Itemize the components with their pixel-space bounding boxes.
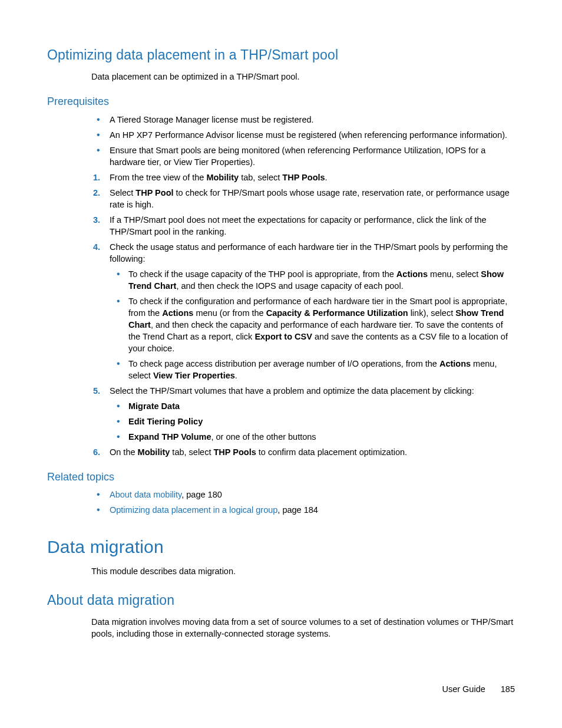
section-intro: Data migration involves moving data from… [91, 616, 515, 640]
step-number: 3. [93, 214, 100, 226]
list-item: A Tiered Storage Manager license must be… [93, 114, 515, 126]
step-number: 4. [93, 241, 100, 253]
prerequisites-list: A Tiered Storage Manager license must be… [93, 114, 515, 168]
step-number: 6. [93, 446, 100, 458]
list-item: Migrate Data [113, 400, 515, 412]
step-text: Select THP Pool to check for THP/Smart p… [110, 188, 510, 209]
list-item: Edit Tiering Policy [113, 416, 515, 427]
list-item: About data mobility, page 180 [93, 489, 515, 500]
step-text: Check the usage status and performance o… [110, 242, 508, 263]
list-item-text: To check if the usage capacity of the TH… [128, 269, 504, 291]
step-number: 5. [93, 385, 100, 397]
list-item: To check if the usage capacity of the TH… [113, 268, 515, 292]
list-item: To check if the configuration and perfor… [113, 295, 515, 354]
page-footer: User Guide185 [442, 683, 515, 695]
list-item-text: Migrate Data [128, 401, 180, 411]
related-tail: , page 184 [277, 505, 318, 515]
step-item: 6. On the Mobility tab, select THP Pools… [93, 446, 515, 458]
sub-steps-list: Migrate Data Edit Tiering Policy Expand … [113, 400, 515, 443]
section-heading-about-data-migration: About data migration [47, 591, 515, 610]
list-item-text: Ensure that Smart pools are being monito… [110, 146, 485, 167]
footer-label: User Guide [442, 684, 485, 694]
list-item-text: An HP XP7 Performance Advisor license mu… [110, 130, 507, 140]
list-item-text: Expand THP Volume, or one of the other b… [128, 432, 316, 442]
section-intro: Data placement can be optimized in a THP… [91, 71, 515, 83]
list-item: Expand THP Volume, or one of the other b… [113, 431, 515, 443]
related-link-about-data-mobility[interactable]: About data mobility [110, 490, 181, 499]
step-number: 2. [93, 187, 100, 199]
step-item: 5. Select the THP/Smart volumes that hav… [93, 385, 515, 443]
list-item: Optimizing data placement in a logical g… [93, 504, 515, 516]
related-topics-list: About data mobility, page 180 Optimizing… [93, 489, 515, 516]
steps-list: 1. From the tree view of the Mobility ta… [93, 172, 515, 458]
step-text: If a THP/Smart pool does not meet the ex… [110, 215, 487, 236]
step-item: 2. Select THP Pool to check for THP/Smar… [93, 187, 515, 210]
sub-steps-list: To check if the usage capacity of the TH… [113, 268, 515, 381]
list-item: To check page access distribution per av… [113, 358, 515, 381]
step-item: 1. From the tree view of the Mobility ta… [93, 172, 515, 183]
step-text: From the tree view of the Mobility tab, … [110, 173, 328, 182]
section-heading-data-migration: Data migration [47, 535, 515, 559]
step-item: 3. If a THP/Smart pool does not meet the… [93, 214, 515, 238]
list-item: An HP XP7 Performance Advisor license mu… [93, 129, 515, 141]
list-item: Ensure that Smart pools are being monito… [93, 144, 515, 168]
related-tail: , page 180 [181, 490, 222, 499]
page-number: 185 [501, 684, 515, 694]
prerequisites-heading: Prerequisites [47, 94, 515, 109]
section-heading-optimizing: Optimizing data placement in a THP/Smart… [47, 46, 515, 65]
step-text: On the Mobility tab, select THP Pools to… [110, 447, 407, 457]
list-item-text: Edit Tiering Policy [128, 417, 203, 426]
related-topics-heading: Related topics [47, 470, 515, 485]
step-item: 4. Check the usage status and performanc… [93, 241, 515, 381]
list-item-text: A Tiered Storage Manager license must be… [110, 115, 314, 124]
related-link-optimizing-logical-group[interactable]: Optimizing data placement in a logical g… [110, 505, 277, 515]
list-item-text: To check if the configuration and perfor… [128, 297, 508, 353]
section-intro: This module describes data migration. [91, 565, 515, 577]
list-item-text: To check page access distribution per av… [128, 359, 497, 380]
step-number: 1. [93, 172, 100, 183]
step-text: Select the THP/Smart volumes that have a… [110, 386, 474, 396]
